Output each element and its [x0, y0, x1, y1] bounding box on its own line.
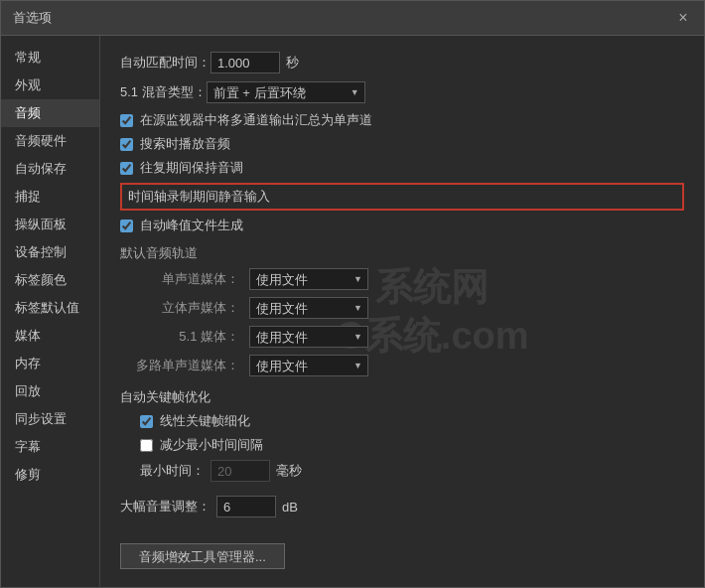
keyframe-mintime-label: 减少最小时间间隔	[160, 436, 263, 454]
5-1-select-wrapper: 使用文件 单声道 立体声 5.1	[249, 326, 368, 348]
min-time-label: 最小时间：	[140, 462, 205, 480]
mix-type-label: 5.1 混音类型：	[120, 83, 207, 101]
checkbox-search-label: 搜索时播放音频	[140, 135, 230, 153]
sidebar-item-12[interactable]: 回放	[1, 377, 99, 405]
auto-match-row: 自动匹配时间： 秒	[120, 52, 684, 74]
content-area: 常规外观音频音频硬件自动保存捕捉操纵面板设备控制标签颜色标签默认值媒体内存回放同…	[1, 36, 704, 587]
default-channel-section: 默认音频轨道 单声道媒体： 使用文件 单声道 立体声 5.1 立体声媒体：	[120, 244, 684, 376]
multi-label: 多路单声道媒体：	[120, 357, 249, 374]
mix-type-select-wrapper: 前置 + 后置环绕 前置 + 后置 前置	[207, 81, 365, 103]
checkbox-maintain-label: 往复期间保持音调	[140, 159, 243, 177]
sidebar-item-7[interactable]: 设备控制	[1, 238, 99, 266]
sidebar-item-1[interactable]: 外观	[1, 72, 99, 99]
auto-match-unit: 秒	[286, 54, 299, 72]
checkbox-maintain-pitch[interactable]	[120, 162, 133, 175]
sidebar-item-13[interactable]: 同步设置	[1, 405, 99, 433]
volume-unit: dB	[282, 500, 298, 514]
sidebar-item-3[interactable]: 音频硬件	[1, 127, 99, 155]
min-time-input[interactable]	[211, 460, 270, 482]
mono-label: 单声道媒体：	[120, 270, 249, 288]
sidebar: 常规外观音频音频硬件自动保存捕捉操纵面板设备控制标签颜色标签默认值媒体内存回放同…	[1, 36, 100, 587]
multi-select[interactable]: 使用文件 单声道 立体声 5.1	[249, 355, 368, 376]
5-1-channel-row: 5.1 媒体： 使用文件 单声道 立体声 5.1	[120, 326, 684, 348]
multi-channel-row: 多路单声道媒体： 使用文件 单声道 立体声 5.1	[120, 355, 684, 376]
sidebar-item-4[interactable]: 自动保存	[1, 155, 99, 183]
mix-type-select[interactable]: 前置 + 后置环绕 前置 + 后置 前置	[207, 81, 365, 103]
sidebar-item-11[interactable]: 内存	[1, 350, 99, 377]
dialog-title: 首选项	[13, 9, 52, 27]
checkbox-search-row: 搜索时播放音频	[120, 135, 684, 153]
main-panel: 系统网G系统.com 自动匹配时间： 秒 5.1 混音类型： 前置 + 后置环绕…	[100, 36, 704, 587]
keyframe-check1-row: 线性关键帧细化	[120, 412, 684, 430]
default-channel-title: 默认音频轨道	[120, 244, 684, 262]
multi-select-wrapper: 使用文件 单声道 立体声 5.1	[249, 355, 368, 376]
preferences-dialog: 首选项 × 常规外观音频音频硬件自动保存捕捉操纵面板设备控制标签颜色标签默认值媒…	[0, 0, 705, 588]
volume-row: 大幅音量调整： dB	[120, 496, 684, 517]
checkbox-peaks-label: 自动峰值文件生成	[140, 217, 243, 234]
checkbox-search-audio[interactable]	[120, 138, 133, 151]
close-button[interactable]: ×	[674, 9, 692, 27]
volume-label: 大幅音量调整：	[120, 498, 211, 515]
5-1-select[interactable]: 使用文件 单声道 立体声 5.1	[249, 326, 368, 348]
keyframe-title: 自动关键帧优化	[120, 388, 684, 406]
audio-manager-button[interactable]: 音频增效工具管理器...	[120, 543, 285, 569]
mono-channel-row: 单声道媒体： 使用文件 单声道 立体声 5.1	[120, 268, 684, 290]
checkbox-peaks[interactable]	[120, 220, 133, 232]
stereo-channel-row: 立体声媒体： 使用文件 单声道 立体声 5.1	[120, 297, 684, 319]
keyframe-mintime-checkbox[interactable]	[140, 439, 153, 452]
title-bar: 首选项 ×	[1, 1, 704, 36]
mono-select-wrapper: 使用文件 单声道 立体声 5.1	[249, 268, 368, 290]
highlighted-mute-row: 时间轴录制期间静音输入	[120, 183, 684, 211]
stereo-select-wrapper: 使用文件 单声道 立体声 5.1	[249, 297, 368, 319]
min-time-row: 最小时间： 毫秒	[120, 460, 684, 482]
checkbox-multi-row: 在源监视器中将多通道输出汇总为单声道	[120, 111, 684, 129]
highlighted-mute-text: 时间轴录制期间静音输入	[128, 188, 270, 206]
checkbox-peaks-row: 自动峰值文件生成	[120, 217, 684, 234]
sidebar-item-14[interactable]: 字幕	[1, 433, 99, 461]
mix-type-row: 5.1 混音类型： 前置 + 后置环绕 前置 + 后置 前置	[120, 81, 684, 103]
keyframe-check2-row: 减少最小时间间隔	[120, 436, 684, 454]
sidebar-item-8[interactable]: 标签颜色	[1, 266, 99, 294]
keyframe-linear-checkbox[interactable]	[140, 415, 153, 428]
checkbox-maintain-row: 往复期间保持音调	[120, 159, 684, 177]
5-1-label: 5.1 媒体：	[120, 328, 249, 346]
keyframe-section: 自动关键帧优化 线性关键帧细化 减少最小时间间隔 最小时间： 毫秒	[120, 388, 684, 482]
mono-select[interactable]: 使用文件 单声道 立体声 5.1	[249, 268, 368, 290]
stereo-label: 立体声媒体：	[120, 299, 249, 317]
sidebar-item-9[interactable]: 标签默认值	[1, 294, 99, 322]
sidebar-item-15[interactable]: 修剪	[1, 461, 99, 489]
sidebar-item-10[interactable]: 媒体	[1, 322, 99, 350]
sidebar-item-5[interactable]: 捕捉	[1, 183, 99, 211]
stereo-select[interactable]: 使用文件 单声道 立体声 5.1	[249, 297, 368, 319]
auto-match-input[interactable]	[211, 52, 280, 74]
checkbox-multichannel-label: 在源监视器中将多通道输出汇总为单声道	[140, 111, 372, 129]
volume-input[interactable]	[216, 496, 276, 517]
sidebar-item-6[interactable]: 操纵面板	[1, 211, 99, 238]
sidebar-item-2[interactable]: 音频	[1, 99, 99, 127]
keyframe-linear-label: 线性关键帧细化	[160, 412, 250, 430]
checkbox-multichannel[interactable]	[120, 114, 133, 127]
sidebar-item-0[interactable]: 常规	[1, 44, 99, 72]
auto-match-label: 自动匹配时间：	[120, 54, 211, 72]
min-time-unit: 毫秒	[276, 462, 302, 480]
